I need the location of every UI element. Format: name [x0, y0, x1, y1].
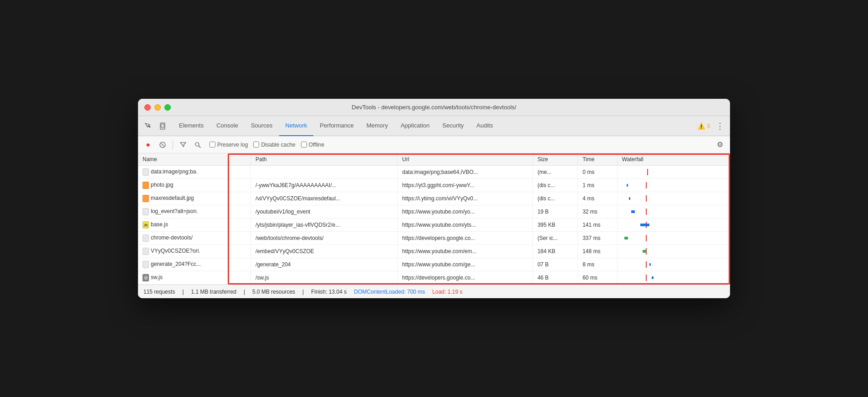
main-content: Name Path Url Size Time — [138, 153, 730, 298]
file-icon — [143, 168, 149, 176]
col-header-size[interactable]: Size — [533, 153, 578, 166]
cell-size: 184 KB — [533, 245, 578, 258]
tab-performance[interactable]: Performance — [313, 116, 360, 136]
tab-elements[interactable]: Elements — [173, 116, 210, 136]
col-header-name[interactable]: Name — [138, 153, 251, 166]
col-header-time[interactable]: Time — [578, 153, 618, 166]
cell-waterfall — [617, 192, 730, 205]
status-divider-1: | — [182, 289, 184, 295]
waterfall-visual — [622, 168, 725, 176]
cell-name: maxresdefault.jpg — [138, 192, 251, 205]
status-finish: Finish: 13.04 s — [311, 289, 347, 295]
table-row[interactable]: ⚙sw.js/sw.jshttps://developers.google.co… — [138, 271, 730, 285]
col-header-path[interactable]: Path — [251, 153, 398, 166]
cell-name: VYyQv0CSZOE?ori. — [138, 245, 251, 258]
tab-application[interactable]: Application — [394, 116, 436, 136]
cell-time: 8 ms — [578, 258, 618, 271]
clear-button[interactable] — [156, 138, 169, 151]
cell-waterfall — [617, 179, 730, 192]
tab-console[interactable]: Console — [210, 116, 245, 136]
cell-path — [251, 166, 398, 179]
filter-button[interactable] — [177, 138, 189, 151]
tab-security[interactable]: Security — [436, 116, 470, 136]
cell-time: 148 ms — [578, 245, 618, 258]
cell-url: https://yt3.ggpht.com/-ywwY... — [398, 179, 533, 192]
inspect-button[interactable] — [142, 120, 154, 132]
file-icon: ⚙ — [143, 274, 149, 281]
cell-time: 337 ms — [578, 232, 618, 245]
disable-cache-checkbox[interactable]: Disable cache — [253, 142, 295, 148]
more-button[interactable]: ⋮ — [714, 120, 726, 132]
tab-network[interactable]: Network — [279, 116, 314, 136]
status-load: Load: 1.19 s — [432, 289, 462, 295]
window-title: DevTools - developers.google.com/web/too… — [352, 104, 516, 111]
table-row[interactable]: photo.jpg/-ywwYkaJ6E7g/AAAAAAAAAI/...htt… — [138, 179, 730, 192]
cell-waterfall — [617, 258, 730, 271]
file-icon — [143, 261, 149, 268]
cell-time: 1 ms — [578, 179, 618, 192]
network-toolbar: ● Preserve log Disable cache — [138, 136, 730, 153]
table-row[interactable]: chrome-devtools//web/tools/chrome-devtoo… — [138, 232, 730, 245]
cell-url: https://developers.google.co... — [398, 232, 533, 245]
cell-time: 32 ms — [578, 205, 618, 219]
search-button[interactable] — [191, 138, 204, 151]
cell-path: /sw.js — [251, 271, 398, 285]
minimize-button[interactable] — [154, 104, 161, 111]
waterfall-visual — [622, 234, 725, 242]
tab-sources[interactable]: Sources — [245, 116, 279, 136]
svg-rect-1 — [161, 124, 164, 127]
cell-name: generate_204?Fcc... — [138, 258, 251, 271]
cell-size: 395 KB — [533, 219, 578, 232]
status-resources: 5.0 MB resources — [252, 289, 295, 295]
table-wrapper: Name Path Url Size Time — [138, 153, 730, 285]
status-dcl: DOMContentLoaded: 700 ms — [354, 289, 425, 295]
cell-path: /embed/VYyQv0CSZOE — [251, 245, 398, 258]
status-transferred: 1.1 MB transferred — [191, 289, 236, 295]
cell-size: (dis c... — [533, 192, 578, 205]
tab-audits[interactable]: Audits — [470, 116, 499, 136]
record-button[interactable]: ● — [142, 138, 154, 151]
svg-point-2 — [162, 128, 163, 129]
table-row[interactable]: VYyQv0CSZOE?ori./embed/VYyQv0CSZOEhttps:… — [138, 245, 730, 258]
table-row[interactable]: data:image/png;ba.data:image/png;base64,… — [138, 166, 730, 179]
warning-icon: ⚠️ — [697, 122, 705, 130]
cell-path: /web/tools/chrome-devtools/ — [251, 232, 398, 245]
cell-url: https://www.youtube.com/em... — [398, 245, 533, 258]
settings-button[interactable]: ⚙ — [714, 138, 726, 151]
offline-checkbox[interactable]: Offline — [301, 142, 324, 148]
table-row[interactable]: maxresdefault.jpg/vi/VYyQv0CSZOE/maxresd… — [138, 192, 730, 205]
cell-size: (dis c... — [533, 179, 578, 192]
maximize-button[interactable] — [164, 104, 171, 111]
cell-url: https://www.youtube.com/yo... — [398, 205, 533, 219]
cell-size: 46 B — [533, 271, 578, 285]
status-divider-3: | — [302, 289, 304, 295]
file-icon — [143, 234, 149, 242]
cell-name: chrome-devtools/ — [138, 232, 251, 245]
waterfall-visual — [622, 260, 725, 269]
waterfall-visual — [622, 221, 725, 229]
cell-waterfall — [617, 232, 730, 245]
cell-waterfall — [617, 219, 730, 232]
cell-time: 141 ms — [578, 219, 618, 232]
table-row[interactable]: JSbase.js/yts/jsbin/player_ias-vflVQDSr2… — [138, 219, 730, 232]
table-header-row: Name Path Url Size Time — [138, 153, 730, 166]
tab-memory[interactable]: Memory — [360, 116, 394, 136]
warning-badge: ⚠️ 3 — [697, 122, 710, 130]
close-button[interactable] — [144, 104, 151, 111]
cell-url: https://i.ytimg.com/vi/VYyQv0... — [398, 192, 533, 205]
file-icon — [143, 208, 149, 215]
cell-path: /generate_204 — [251, 258, 398, 271]
toolbar-divider-1 — [173, 140, 173, 149]
status-requests: 115 requests — [143, 289, 175, 295]
cell-waterfall — [617, 245, 730, 258]
warning-count: 3 — [707, 122, 710, 129]
preserve-log-checkbox[interactable]: Preserve log — [209, 142, 248, 148]
col-header-url[interactable]: Url — [398, 153, 533, 166]
table-row[interactable]: log_event?alt=json./youtubei/v1/log_even… — [138, 205, 730, 219]
col-header-waterfall[interactable]: Waterfall — [617, 153, 730, 166]
traffic-lights — [144, 104, 171, 111]
waterfall-visual — [622, 247, 725, 255]
table-row[interactable]: generate_204?Fcc.../generate_204https://… — [138, 258, 730, 271]
cell-size: 07 B — [533, 258, 578, 271]
device-button[interactable] — [156, 120, 169, 132]
